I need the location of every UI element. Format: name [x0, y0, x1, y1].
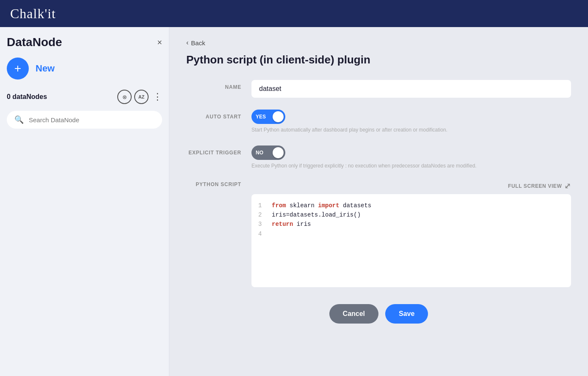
back-chevron-icon: ‹ — [186, 39, 188, 47]
footer-buttons: Cancel Save — [186, 304, 571, 324]
line-num-3: 3 — [258, 220, 265, 229]
search-box: 🔍 — [7, 111, 162, 129]
save-button[interactable]: Save — [385, 304, 428, 324]
datanodes-row: 0 dataNodes ⊗ AZ ⋮ — [7, 90, 162, 104]
datanodes-count: 0 dataNodes — [7, 93, 47, 101]
code-container: FULL SCREEN VIEW ⤢ 1 from sklearn import… — [251, 181, 571, 287]
sidebar-title: DataNode — [7, 36, 62, 49]
app-header: Chalk'it — [0, 0, 588, 27]
app-logo: Chalk'it — [10, 6, 56, 22]
name-row: NAME — [186, 80, 571, 98]
new-btn-row: + New — [7, 58, 162, 80]
explicit-trigger-hint: Execute Python only if triggered explici… — [251, 162, 489, 170]
toggle-knob — [273, 111, 284, 122]
more-options-icon[interactable]: ⋮ — [153, 91, 162, 102]
code-toolbar: FULL SCREEN VIEW ⤢ — [251, 181, 571, 191]
sidebar-title-row: DataNode × — [7, 36, 162, 49]
auto-start-hint: Start Python automatically after dashboa… — [251, 126, 489, 134]
code-line-2: 2 iris=datasets.load_iris() — [258, 210, 564, 220]
cancel-button[interactable]: Cancel — [329, 304, 378, 324]
line-num-1: 1 — [258, 201, 265, 210]
python-script-section: PYTHON SCRIPT FULL SCREEN VIEW ⤢ 1 from … — [186, 181, 571, 287]
explicit-trigger-toggle-label: NO — [256, 150, 263, 156]
form-section: NAME AUTO START YES Start Python automat… — [186, 80, 571, 287]
new-label: New — [36, 63, 55, 74]
explicit-trigger-row: EXPLICIT TRIGGER NO Execute Python only … — [186, 145, 571, 170]
back-link[interactable]: ‹ Back — [186, 39, 205, 47]
auto-start-label: AUTO START — [186, 110, 241, 120]
fullscreen-button[interactable]: FULL SCREEN VIEW ⤢ — [508, 181, 571, 191]
fullscreen-label: FULL SCREEN VIEW — [508, 183, 562, 189]
explicit-trigger-label: EXPLICIT TRIGGER — [186, 145, 241, 156]
auto-start-row: AUTO START YES Start Python automaticall… — [186, 110, 571, 134]
search-icon: 🔍 — [14, 115, 24, 124]
name-control — [251, 80, 571, 98]
name-label: NAME — [186, 80, 241, 90]
explicit-trigger-toggle[interactable]: NO — [251, 145, 285, 160]
code-line-3: 3 return iris — [258, 220, 564, 229]
close-icon[interactable]: × — [157, 38, 162, 47]
explicit-trigger-toggle-container: NO Execute Python only if triggered expl… — [251, 145, 571, 170]
sidebar: DataNode × + New 0 dataNodes ⊗ AZ ⋮ 🔍 — [0, 27, 169, 376]
auto-start-control: YES Start Python automatically after das… — [251, 110, 571, 134]
python-script-label: PYTHON SCRIPT — [186, 181, 241, 187]
search-input[interactable] — [29, 116, 155, 124]
filter-icon[interactable]: ⊗ — [117, 90, 132, 104]
auto-start-toggle[interactable]: YES — [251, 110, 285, 124]
name-input[interactable] — [251, 80, 571, 98]
line-num-4: 4 — [258, 229, 265, 239]
fullscreen-icon: ⤢ — [564, 181, 571, 191]
sort-icon[interactable]: AZ — [134, 90, 149, 104]
explicit-trigger-control: NO Execute Python only if triggered expl… — [251, 145, 571, 170]
main-content: ‹ Back Python script (in client-side) pl… — [169, 27, 588, 376]
add-datanode-button[interactable]: + — [7, 58, 29, 80]
back-label: Back — [191, 39, 205, 47]
auto-start-toggle-label: YES — [256, 114, 266, 120]
plugin-title: Python script (in client-side) plugin — [186, 53, 571, 66]
code-line-1: 1 from sklearn import datasets — [258, 201, 564, 210]
code-editor[interactable]: 1 from sklearn import datasets 2 iris=da… — [251, 194, 571, 287]
code-line-4: 4 — [258, 229, 564, 239]
auto-start-toggle-container: YES Start Python automatically after das… — [251, 110, 571, 134]
app-body: DataNode × + New 0 dataNodes ⊗ AZ ⋮ 🔍 — [0, 27, 588, 376]
toggle-knob-off — [273, 147, 284, 158]
line-num-2: 2 — [258, 210, 265, 220]
datanodes-controls: ⊗ AZ ⋮ — [117, 90, 162, 104]
